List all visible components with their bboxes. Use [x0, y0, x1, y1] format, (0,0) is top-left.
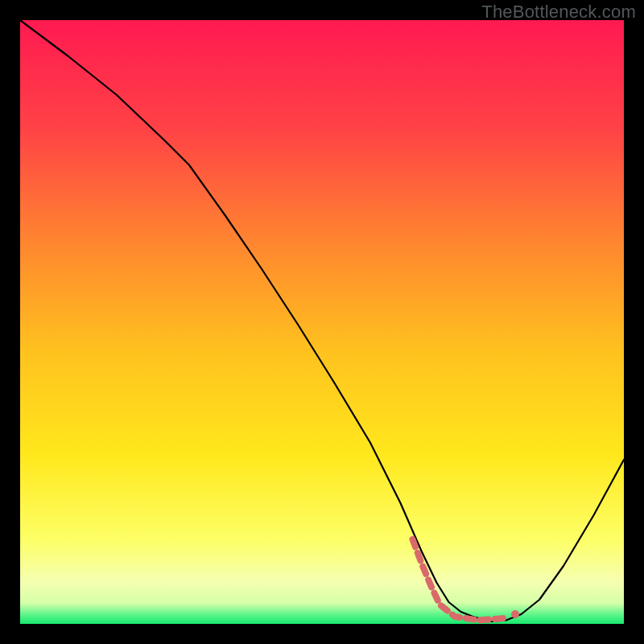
watermark-text: TheBottleneck.com: [481, 2, 636, 23]
plot-area: [20, 20, 624, 624]
series-main-curve: [20, 20, 624, 621]
marker-dot: [511, 610, 519, 618]
series-dashed-marker: [413, 539, 510, 621]
curve-layer: [20, 20, 624, 624]
chart-frame: TheBottleneck.com: [0, 0, 644, 644]
